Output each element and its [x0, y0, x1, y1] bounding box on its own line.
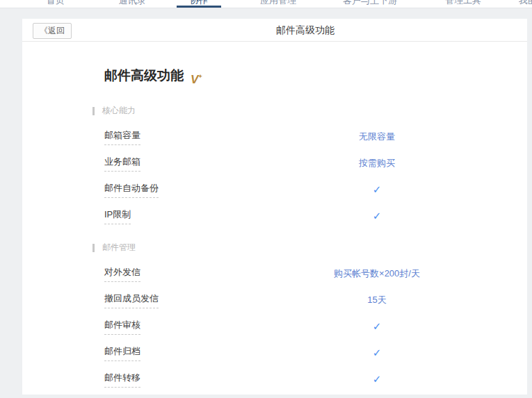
- check-icon: ✓: [328, 320, 426, 333]
- nav-tab-label: 协作: [190, 0, 208, 6]
- feature-label-text[interactable]: 业务邮箱: [104, 156, 140, 172]
- feature-label-text[interactable]: 邮箱容量: [104, 129, 140, 145]
- section-title: 核心能力: [92, 106, 527, 116]
- check-icon: ✓: [328, 373, 426, 385]
- section-title: 邮件管理: [92, 242, 527, 253]
- feature-row: 撤回成员发信15天: [104, 287, 527, 313]
- section-title-label: 核心能力: [102, 105, 136, 117]
- feature-value[interactable]: 按需购买: [328, 157, 426, 169]
- mail-advanced-card: 《返回 邮件高级功能 邮件高级功能 V✦ 核心能力邮箱容量无限容量业务邮箱按需购…: [22, 19, 527, 395]
- feature-label-text[interactable]: 邮件审核: [104, 319, 140, 335]
- feature-label: 邮件转移: [104, 371, 328, 388]
- card-header: 《返回 邮件高级功能: [22, 19, 527, 42]
- section-bar: [92, 244, 95, 252]
- back-button[interactable]: 《返回: [33, 23, 72, 39]
- nav-tab[interactable]: 应用管理: [260, 0, 296, 6]
- nav-tab[interactable]: 我的企业: [519, 0, 532, 6]
- feature-row: 邮件归档✓: [104, 340, 527, 366]
- section-rows: 对外发信购买帐号数×200封/天撤回成员发信15天邮件审核✓邮件归档✓邮件转移✓: [104, 260, 527, 392]
- nav-tab-clip: 协作: [190, 0, 208, 6]
- nav-tab-clip: 管理工具: [445, 0, 481, 6]
- feature-row: IP限制✓: [104, 203, 527, 229]
- nav-tab-clip: 首页: [47, 0, 65, 6]
- feature-label: 邮箱容量: [104, 128, 328, 145]
- section-heading: 邮件高级功能 V✦: [104, 67, 527, 88]
- feature-label: 对外发信: [104, 265, 328, 282]
- sparkle-icon: ✦: [198, 73, 203, 80]
- nav-tab-label: 我的企业: [519, 0, 532, 6]
- nav-tab-clip: 我的企业: [519, 0, 532, 6]
- check-icon: ✓: [328, 347, 426, 359]
- card-content: 邮件高级功能 V✦ 核心能力邮箱容量无限容量业务邮箱按需购买邮件自动备份✓IP限…: [22, 67, 527, 392]
- nav-tab-label: 管理工具: [445, 0, 481, 6]
- check-icon: ✓: [328, 210, 426, 222]
- feature-row: 业务邮箱按需购买: [104, 150, 527, 176]
- nav-tab[interactable]: 协作: [190, 0, 208, 6]
- feature-label: 邮件审核: [104, 318, 328, 335]
- nav-tab-label: 客户与上下游: [343, 0, 397, 6]
- top-nav-bar: 首页通讯录协作应用管理客户与上下游管理工具我的企业: [0, 0, 532, 8]
- nav-tab[interactable]: 首页: [47, 0, 65, 6]
- feature-label-text[interactable]: 邮件自动备份: [104, 182, 159, 198]
- nav-tab-label: 首页: [47, 0, 65, 6]
- section-bar: [92, 107, 95, 115]
- feature-label: 撤回成员发信: [104, 292, 328, 308]
- feature-label: IP限制: [104, 208, 328, 224]
- feature-label: 邮件归档: [104, 345, 328, 361]
- nav-tab[interactable]: 通讯录: [119, 0, 146, 6]
- feature-value: 购买帐号数×200封/天: [328, 267, 426, 280]
- check-icon: ✓: [328, 183, 426, 196]
- vip-badge-icon: V✦: [191, 68, 203, 88]
- feature-label-text[interactable]: 邮件转移: [104, 372, 140, 388]
- nav-tab-clip: 客户与上下游: [343, 0, 397, 6]
- feature-value[interactable]: 无限容量: [328, 131, 426, 143]
- feature-row: 邮件转移✓: [104, 366, 527, 392]
- nav-tab[interactable]: 管理工具: [445, 0, 481, 6]
- feature-label-text[interactable]: IP限制: [104, 208, 131, 224]
- section-title-label: 邮件管理: [102, 242, 136, 254]
- feature-label: 邮件自动备份: [104, 181, 328, 198]
- feature-label-text[interactable]: 邮件归档: [104, 345, 140, 361]
- section-rows: 邮箱容量无限容量业务邮箱按需购买邮件自动备份✓IP限制✓: [104, 124, 527, 229]
- nav-tab-label: 通讯录: [119, 0, 146, 6]
- feature-sections: 核心能力邮箱容量无限容量业务邮箱按需购买邮件自动备份✓IP限制✓邮件管理对外发信…: [104, 106, 527, 392]
- feature-row: 邮件自动备份✓: [104, 176, 527, 203]
- feature-label-text[interactable]: 对外发信: [104, 266, 140, 282]
- nav-tab[interactable]: 客户与上下游: [343, 0, 397, 6]
- page-title: 邮件高级功能: [22, 19, 527, 42]
- heading-text: 邮件高级功能: [104, 67, 184, 84]
- feature-row: 对外发信购买帐号数×200封/天: [104, 260, 527, 287]
- feature-label: 业务邮箱: [104, 155, 328, 172]
- feature-row: 邮件审核✓: [104, 313, 527, 340]
- feature-label-text[interactable]: 撤回成员发信: [104, 292, 159, 308]
- nav-tab-label: 应用管理: [260, 0, 296, 6]
- feature-value: 15天: [328, 294, 426, 306]
- nav-tab-clip: 应用管理: [260, 0, 296, 6]
- feature-row: 邮箱容量无限容量: [104, 124, 527, 150]
- nav-tab-clip: 通讯录: [119, 0, 146, 6]
